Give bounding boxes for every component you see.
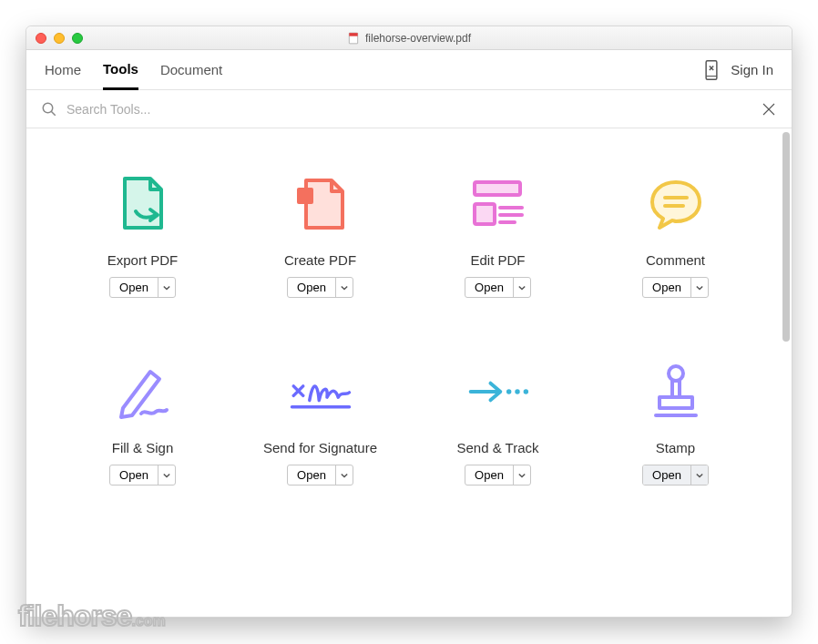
svg-point-23 (669, 366, 683, 381)
svg-point-20 (506, 389, 510, 394)
tab-document[interactable]: Document (160, 51, 222, 88)
pdf-file-icon (347, 32, 360, 45)
open-dropdown[interactable] (691, 278, 708, 297)
searchbar (26, 90, 792, 128)
tool-label: Comment (646, 252, 705, 268)
open-button[interactable]: Open (110, 278, 158, 297)
tool-label: Edit PDF (470, 252, 525, 268)
zoom-window-button[interactable] (72, 33, 83, 44)
open-dropdown[interactable] (514, 278, 530, 297)
search-input[interactable] (66, 102, 752, 117)
svg-rect-8 (297, 188, 313, 204)
fill-sign-icon (111, 360, 175, 424)
tool-comment[interactable]: Comment Open (596, 172, 755, 298)
tabbar: Home Tools Document Sign In (26, 50, 792, 90)
open-dropdown[interactable] (691, 465, 708, 485)
open-send-signature[interactable]: Open (287, 465, 353, 486)
tool-label: Send & Track (456, 440, 538, 455)
open-comment[interactable]: Open (642, 277, 709, 298)
open-edit-pdf[interactable]: Open (465, 277, 531, 298)
svg-rect-24 (672, 381, 680, 397)
open-button[interactable]: Open (110, 465, 158, 485)
tool-send-track[interactable]: Send & Track Open (418, 360, 578, 486)
close-window-button[interactable] (36, 33, 46, 44)
tool-label: Send for Signature (263, 440, 377, 455)
open-send-track[interactable]: Open (465, 465, 531, 486)
tool-send-for-signature[interactable]: Send for Signature Open (240, 360, 400, 486)
send-track-icon (466, 360, 530, 424)
window-title: filehorse-overview.pdf (365, 32, 471, 45)
tab-tools[interactable]: Tools (103, 50, 138, 90)
sign-in-link[interactable]: Sign In (731, 62, 773, 77)
send-signature-icon (289, 360, 353, 424)
open-button[interactable]: Open (288, 278, 336, 297)
create-pdf-icon (289, 172, 353, 236)
open-fill-sign[interactable]: Open (109, 465, 176, 486)
tool-edit-pdf[interactable]: Edit PDF Open (418, 172, 578, 298)
search-icon (41, 101, 57, 118)
tool-label: Fill & Sign (112, 440, 174, 455)
svg-rect-1 (349, 33, 357, 36)
open-button[interactable]: Open (465, 465, 514, 485)
svg-point-22 (523, 389, 527, 394)
scrollbar-track[interactable] (782, 132, 790, 613)
clear-search-icon[interactable] (761, 101, 777, 118)
svg-rect-10 (475, 204, 495, 224)
traffic-lights (36, 33, 83, 44)
open-create-pdf[interactable]: Open (287, 277, 353, 298)
open-dropdown[interactable] (158, 465, 175, 485)
stamp-icon (644, 360, 708, 424)
export-pdf-icon (111, 172, 175, 236)
tool-stamp[interactable]: Stamp Open (596, 360, 755, 486)
svg-rect-9 (475, 182, 520, 195)
open-export-pdf[interactable]: Open (109, 277, 176, 298)
open-button[interactable]: Open (465, 278, 514, 297)
svg-point-21 (515, 389, 519, 394)
tools-content: Export PDF Open Create PDF (26, 128, 792, 617)
open-stamp[interactable]: Open (642, 465, 709, 486)
open-dropdown[interactable] (336, 278, 353, 297)
titlebar: filehorse-overview.pdf (26, 26, 792, 50)
open-button[interactable]: Open (643, 465, 691, 485)
open-dropdown[interactable] (336, 465, 353, 485)
tool-label: Export PDF (107, 252, 179, 268)
scrollbar-thumb[interactable] (782, 132, 790, 342)
open-button[interactable]: Open (643, 278, 691, 297)
tool-label: Create PDF (284, 252, 356, 268)
tool-fill-sign[interactable]: Fill & Sign Open (63, 360, 222, 486)
comment-icon (644, 172, 708, 236)
svg-rect-2 (706, 60, 717, 79)
svg-point-4 (43, 103, 53, 113)
tool-create-pdf[interactable]: Create PDF Open (240, 172, 400, 298)
app-window: filehorse-overview.pdf Home Tools Docume… (26, 26, 792, 618)
open-button[interactable]: Open (288, 465, 336, 485)
svg-line-5 (51, 111, 56, 116)
tool-label: Stamp (656, 440, 695, 455)
open-dropdown[interactable] (514, 465, 530, 485)
minimize-window-button[interactable] (54, 33, 65, 44)
tab-home[interactable]: Home (45, 51, 81, 88)
tool-export-pdf[interactable]: Export PDF Open (63, 172, 222, 298)
edit-pdf-icon (466, 172, 530, 236)
mobile-icon[interactable] (703, 60, 720, 80)
open-dropdown[interactable] (158, 278, 175, 297)
